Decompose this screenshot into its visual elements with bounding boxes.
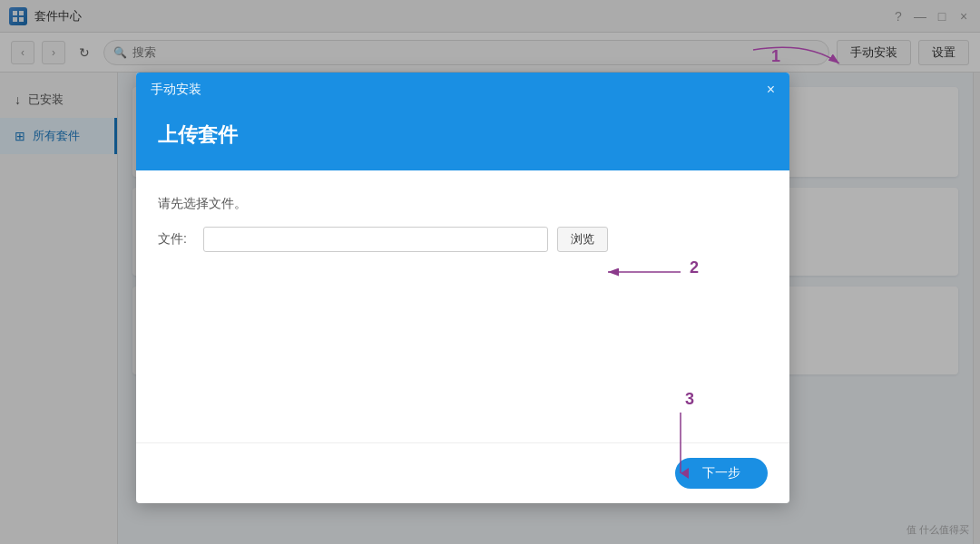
file-label: 文件:	[158, 231, 194, 248]
manual-install-dialog: 手动安装 × 上传套件 请先选择文件。 文件: 浏览 下一步	[136, 73, 789, 503]
dialog-footer: 下一步	[136, 442, 789, 503]
dialog-header-title: 手动安装	[151, 82, 201, 98]
annotation-2: 2	[690, 258, 699, 277]
dialog-header: 手动安装 ×	[136, 73, 789, 107]
file-row: 文件: 浏览	[158, 227, 768, 252]
annotation-1: 1	[771, 47, 780, 66]
next-button[interactable]: 下一步	[675, 458, 768, 489]
dialog-body-header: 上传套件	[136, 107, 789, 170]
browse-button[interactable]: 浏览	[557, 227, 608, 252]
file-select-hint: 请先选择文件。	[158, 196, 768, 212]
dialog-body-title: 上传套件	[158, 121, 768, 149]
annotation-3: 3	[685, 390, 694, 409]
dialog-close-button[interactable]: ×	[767, 82, 775, 98]
file-input[interactable]	[203, 227, 548, 252]
